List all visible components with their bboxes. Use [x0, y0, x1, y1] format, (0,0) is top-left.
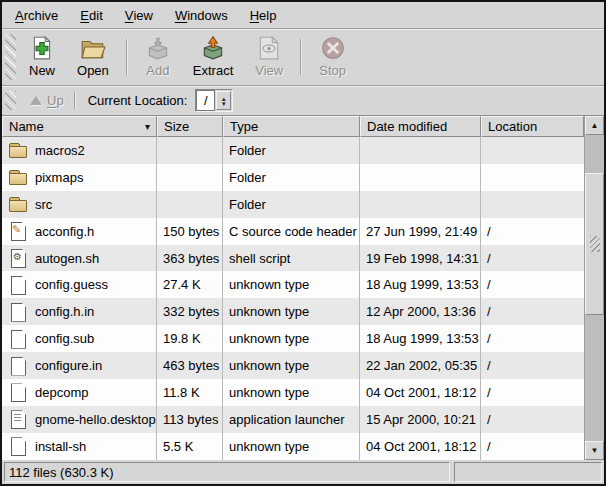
new-archive-button[interactable]: New — [20, 31, 64, 83]
extract-button[interactable]: Extract — [184, 31, 242, 83]
menu-item-edit[interactable]: Edit — [69, 2, 113, 28]
scrollbar-trough[interactable] — [585, 135, 604, 441]
date-modified-cell: 12 Apr 2000, 13:36 — [360, 298, 481, 325]
file-name: gnome-hello.desktop — [35, 412, 156, 427]
file-name: config.sub — [35, 331, 94, 346]
size-cell: 463 bytes — [157, 352, 223, 379]
toolbar-separator — [300, 39, 302, 75]
column-header-size[interactable]: Size — [157, 116, 223, 137]
size-cell — [157, 191, 223, 218]
name-cell: config.h.in — [2, 298, 157, 325]
name-cell: configure.in — [2, 352, 157, 379]
file-name: install-sh — [35, 439, 86, 454]
column-header-name[interactable]: Name ▾ — [2, 116, 157, 137]
file-row[interactable]: config.h.in 332 bytes unknown type 12 Ap… — [2, 298, 584, 325]
type-cell: unknown type — [223, 271, 360, 298]
location-cell — [481, 191, 584, 218]
column-header-date-modified[interactable]: Date modified — [360, 116, 481, 137]
location-cell: / — [481, 298, 584, 325]
file-name: configure.in — [35, 358, 102, 373]
file-name: macros2 — [35, 143, 85, 158]
status-bar: 112 files (630.3 K) — [2, 460, 604, 484]
size-cell: 11.8 K — [157, 379, 223, 406]
name-cell: acconfig.h — [2, 218, 157, 245]
type-cell: Folder — [223, 164, 360, 191]
file-row[interactable]: install-sh 5.5 K unknown type 04 Oct 200… — [2, 433, 584, 460]
type-cell: C source code header — [223, 218, 360, 245]
date-modified-cell: 15 Apr 2000, 10:21 — [360, 406, 481, 433]
location-bar-drag-handle[interactable] — [5, 91, 16, 110]
view-file-icon — [256, 35, 282, 61]
column-header-location[interactable]: Location — [481, 116, 584, 137]
size-cell: 332 bytes — [157, 298, 223, 325]
file-row[interactable]: macros2 Folder — [2, 137, 584, 164]
menu-item-view[interactable]: View — [114, 2, 164, 28]
file-row[interactable]: autogen.sh 363 bytes shell script 19 Feb… — [2, 245, 584, 272]
name-cell: gnome-hello.desktop — [2, 406, 157, 433]
location-combo[interactable]: / ▴▾ — [195, 89, 233, 112]
file-row[interactable]: gnome-hello.desktop 113 bytes applicatio… — [2, 406, 584, 433]
plain-file-icon — [8, 276, 28, 294]
location-bar-separator — [74, 92, 76, 109]
menu-item-archive[interactable]: Archive — [4, 2, 69, 28]
type-cell: unknown type — [223, 325, 360, 352]
column-header-name-label: Name — [9, 119, 44, 134]
file-row[interactable]: src Folder — [2, 191, 584, 218]
combo-dropdown-icon[interactable]: ▴▾ — [216, 91, 231, 110]
location-cell — [481, 137, 584, 164]
type-cell: unknown type — [223, 379, 360, 406]
extract-label: Extract — [193, 63, 233, 78]
plain-file-icon — [8, 303, 28, 321]
file-row[interactable]: config.sub 19.8 K unknown type 18 Aug 19… — [2, 325, 584, 352]
launcher-file-icon — [8, 410, 28, 428]
new-archive-label: New — [29, 63, 55, 78]
name-cell: depcomp — [2, 379, 157, 406]
location-cell: / — [481, 433, 584, 460]
up-label: Up — [47, 93, 64, 108]
status-message: 112 files (630.3 K) — [4, 462, 450, 482]
scrollbar-thumb[interactable] — [585, 173, 604, 315]
column-header-type[interactable]: Type — [223, 116, 360, 137]
name-cell: pixmaps — [2, 164, 157, 191]
file-row[interactable]: acconfig.h 150 bytes C source code heade… — [2, 218, 584, 245]
size-cell: 19.8 K — [157, 325, 223, 352]
location-cell: / — [481, 271, 584, 298]
add-files-button: Add — [136, 31, 180, 83]
file-row[interactable]: config.guess 27.4 K unknown type 18 Aug … — [2, 271, 584, 298]
size-cell: 150 bytes — [157, 218, 223, 245]
toolbar: New Open Add — [2, 29, 604, 86]
open-archive-button[interactable]: Open — [68, 31, 118, 83]
location-cell: / — [481, 406, 584, 433]
location-cell: / — [481, 245, 584, 272]
size-cell — [157, 164, 223, 191]
stop-icon — [320, 35, 346, 61]
plain-file-icon — [8, 357, 28, 375]
menu-item-help[interactable]: Help — [239, 2, 288, 28]
scroll-up-button[interactable]: ▲ — [585, 116, 604, 135]
script-file-icon — [8, 249, 28, 267]
file-row[interactable]: pixmaps Folder — [2, 164, 584, 191]
column-header-row: Name ▾ Size Type Date modified Location — [2, 116, 584, 137]
name-cell: config.sub — [2, 325, 157, 352]
plain-file-icon — [8, 383, 28, 401]
date-modified-cell — [360, 164, 481, 191]
name-cell: autogen.sh — [2, 245, 157, 272]
file-row[interactable]: depcomp 11.8 K unknown type 04 Oct 2001,… — [2, 379, 584, 406]
view-file-button: View — [246, 31, 292, 83]
size-cell: 5.5 K — [157, 433, 223, 460]
view-file-label: View — [255, 63, 283, 78]
file-name: autogen.sh — [35, 251, 99, 266]
current-location-label: Current Location: — [88, 93, 188, 108]
file-row[interactable]: configure.in 463 bytes unknown type 22 J… — [2, 352, 584, 379]
location-cell — [481, 164, 584, 191]
toolbar-drag-handle[interactable] — [5, 34, 16, 80]
type-cell: unknown type — [223, 298, 360, 325]
date-modified-cell: 04 Oct 2001, 18:12 — [360, 379, 481, 406]
file-name: src — [35, 197, 52, 212]
menu-bar: Archive Edit View Windows Help — [2, 2, 604, 29]
type-cell: application launcher — [223, 406, 360, 433]
date-modified-cell — [360, 137, 481, 164]
scroll-down-button[interactable]: ▼ — [585, 441, 604, 460]
menu-item-windows[interactable]: Windows — [164, 2, 239, 28]
c-header-file-icon — [8, 222, 28, 240]
